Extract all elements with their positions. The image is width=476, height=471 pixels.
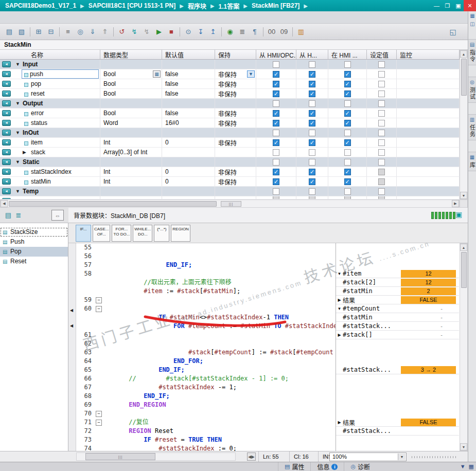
name-cell[interactable]: ◄ ▼ InOut — [0, 128, 100, 137]
expand-triangle-icon[interactable]: ▼ — [15, 159, 20, 165]
hmi-access-checkbox[interactable] — [256, 196, 296, 199]
panel-layout-icon[interactable]: ▦ — [469, 463, 474, 470]
setpoint-checkbox[interactable] — [367, 167, 397, 176]
name-cell[interactable]: ◄ ▼ Temp — [0, 187, 100, 196]
snippet-button[interactable]: (*...*) — [154, 225, 169, 242]
tab-properties[interactable]: ▤ 属性 — [278, 462, 310, 471]
hmi-visible-checkbox[interactable] — [328, 157, 367, 167]
table-row[interactable]: ◄ statMin Int ▦ 0 非保持 ▼ — [0, 177, 460, 187]
fold-toggle-icon[interactable] — [95, 243, 103, 252]
zoom-dropdown-icon[interactable]: ▼ — [398, 454, 406, 460]
default-value-cell[interactable]: 0 — [162, 138, 215, 147]
hmi-visible-checkbox[interactable] — [328, 148, 367, 157]
name-cell[interactable]: ◄ — [0, 196, 100, 199]
fold-toggle-icon[interactable] — [95, 392, 103, 401]
collapse-sidebar-button[interactable]: ⇔ — [51, 210, 64, 221]
region-nav-item[interactable]: ▤ Push — [0, 237, 68, 247]
hmi-visible-checkbox[interactable] — [328, 138, 367, 147]
code-line[interactable]: 71 IF #reset = TRUE THEN — [76, 418, 336, 427]
name-cell[interactable]: ◄ statStackIndex — [0, 167, 100, 176]
download-icon[interactable]: ↧ — [195, 26, 207, 38]
default-value-cell[interactable] — [162, 196, 215, 199]
hmi-write-checkbox[interactable] — [296, 60, 328, 69]
hmi-access-checkbox[interactable] — [256, 167, 296, 176]
window-arrange-icon[interactable]: ◱ — [447, 26, 459, 38]
snapshot-icon[interactable]: ◎ — [74, 26, 86, 38]
minimize-button[interactable]: — — [431, 1, 442, 11]
watch-expand-icon[interactable]: ▼ — [336, 271, 343, 276]
scl-code-editor[interactable]: 55 END_IF; 56 57 //取出元素，上面元素往下顺移 58 — [76, 243, 336, 451]
watch-expand-icon[interactable]: ▼ — [336, 306, 343, 311]
hmi-access-checkbox[interactable] — [256, 148, 296, 157]
name-cell[interactable]: ◄ status — [0, 118, 100, 128]
breadcrumb-item[interactable]: 程序块 — [188, 2, 206, 10]
sort-view-icon[interactable]: ≣ — [13, 210, 24, 221]
datatype-cell[interactable]: Bool ▦ — [100, 69, 162, 79]
supervision-cell[interactable] — [397, 69, 460, 79]
default-value-cell[interactable]: 16#0 — [162, 118, 215, 128]
retain-cell[interactable]: 非保持 ▼ — [215, 118, 256, 128]
code-line[interactable]: 72 #statStackIndex := 0; — [76, 427, 336, 436]
table-row[interactable]: ◄ ▼ Temp ▦ ▼ — [0, 187, 460, 196]
retain-cell[interactable]: 非保持 ▼ — [215, 167, 256, 176]
setpoint-checkbox[interactable] — [367, 108, 397, 118]
code-line[interactable]: 59 IF #statMin<>#statStackIndex-1 THEN — [76, 296, 336, 304]
collapse-left-icon[interactable]: ◀ — [70, 323, 73, 328]
retain-cell[interactable]: 非保持 ▼ — [215, 138, 256, 147]
code-vertical-scrollbar[interactable]: ▲ ▼ — [460, 243, 468, 451]
default-value-cell[interactable] — [162, 187, 215, 196]
name-cell[interactable]: ◄ ▶ stack — [0, 148, 100, 157]
hmi-access-checkbox[interactable] — [256, 79, 296, 88]
go-offline-icon[interactable]: ↯ — [140, 26, 153, 38]
table-row[interactable]: ◄ push Bool ▦ false 非保持 ▼ — [0, 69, 460, 79]
panel-splitter[interactable]: ◀ ◀ — [68, 243, 76, 451]
col-header-supervision[interactable]: 监控 — [397, 50, 460, 59]
retain-dropdown-button[interactable]: ▼ — [247, 70, 255, 78]
datatype-cell[interactable]: Bool ▦ — [100, 89, 162, 98]
expand-triangle-icon[interactable]: ▼ — [15, 189, 20, 194]
address-format-icon[interactable]: 00 — [266, 26, 278, 38]
setpoint-checkbox[interactable] — [367, 187, 397, 196]
hmi-visible-checkbox[interactable] — [328, 108, 367, 118]
code-line[interactable]: 68 — [76, 392, 336, 401]
task-card-tab[interactable]: ▦ 库 — [468, 152, 476, 171]
display-format-icon[interactable]: 09 — [278, 26, 290, 38]
region-nav-item[interactable]: ▤ Reset — [0, 257, 68, 266]
fold-toggle-icon[interactable] — [95, 401, 103, 409]
insert-row-icon[interactable]: ▤ — [3, 26, 15, 38]
region-nav-item[interactable]: ▤ Pop — [0, 247, 68, 257]
undo-icon[interactable]: ↺ — [116, 26, 128, 38]
fold-toggle-icon[interactable] — [95, 357, 103, 366]
default-value-cell[interactable] — [162, 157, 215, 167]
hmi-visible-checkbox[interactable] — [328, 79, 367, 88]
code-line[interactable]: 64 // #stack[#statStackIndex - 1] := 0; — [76, 357, 336, 366]
hmi-access-checkbox[interactable] — [256, 118, 296, 128]
zoom-slider[interactable] — [412, 456, 456, 458]
fold-toggle-icon[interactable] — [95, 339, 103, 348]
table-row[interactable]: ◄ ▼ Input ▦ ▼ — [0, 60, 460, 69]
default-value-cell[interactable]: false — [162, 69, 215, 79]
expand-triangle-icon[interactable]: ▼ — [15, 62, 20, 67]
watch-expand-icon[interactable]: ▶ — [336, 420, 343, 425]
supervision-cell[interactable] — [397, 60, 460, 69]
split-handle[interactable]: ◀▶ — [247, 452, 256, 461]
hmi-visible-checkbox[interactable] — [328, 69, 367, 79]
setpoint-checkbox[interactable] — [367, 79, 397, 88]
setpoint-checkbox[interactable] — [367, 89, 397, 98]
retain-cell[interactable]: ▼ — [215, 128, 256, 137]
setpoint-checkbox[interactable] — [367, 148, 397, 157]
col-header-name[interactable]: 名称 — [0, 50, 100, 59]
snippet-button[interactable]: FOR... TO DO... — [112, 225, 131, 242]
fold-toggle-icon[interactable] — [95, 331, 103, 339]
fold-toggle-icon[interactable] — [95, 278, 103, 287]
hmi-write-checkbox[interactable] — [296, 99, 328, 108]
setpoint-checkbox[interactable] — [367, 99, 397, 108]
code-line[interactable]: 70 REGION Reset — [76, 409, 336, 418]
tab-info[interactable]: 信息 i — [310, 462, 344, 471]
hmi-access-checkbox[interactable] — [256, 177, 296, 186]
zoom-select[interactable]: 100% ▼ — [329, 452, 407, 461]
name-cell[interactable]: ◄ ▼ Output — [0, 99, 100, 108]
watch-expand-icon[interactable]: ▶ — [336, 333, 343, 337]
panel-collapse-icon[interactable]: ▼ — [460, 463, 466, 470]
supervision-cell[interactable] — [397, 128, 460, 137]
